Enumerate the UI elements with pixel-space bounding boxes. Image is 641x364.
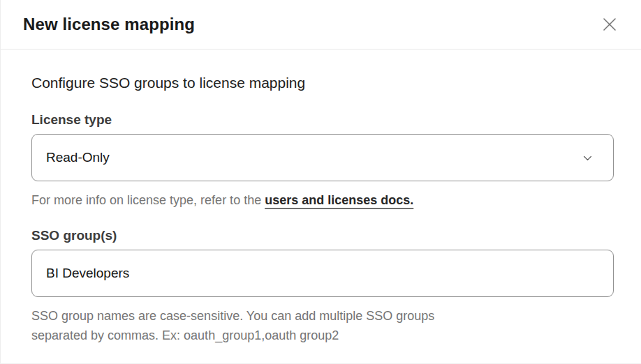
license-type-field: License type Read-Only For more info on … xyxy=(31,112,613,210)
license-type-label: License type xyxy=(31,112,613,128)
form-heading: Configure SSO groups to license mapping xyxy=(31,75,613,91)
sso-groups-field: SSO group(s) SSO group names are case-se… xyxy=(31,228,613,345)
new-license-mapping-dialog: New license mapping Configure SSO groups… xyxy=(0,0,641,364)
sso-groups-input[interactable] xyxy=(31,250,614,297)
sso-groups-helper-line2: separated by commas. Ex: oauth_group1,oa… xyxy=(31,326,613,345)
license-type-select[interactable]: Read-Only xyxy=(31,134,614,181)
chevron-down-icon xyxy=(582,152,594,164)
close-button[interactable] xyxy=(598,13,621,36)
sso-groups-helper: SSO group names are case-sensitive. You … xyxy=(31,306,613,345)
x-icon xyxy=(601,15,619,33)
users-and-licenses-docs-link[interactable]: users and licenses docs. xyxy=(265,193,413,207)
dialog-body: Configure SSO groups to license mapping … xyxy=(1,50,641,345)
dialog-title: New license mapping xyxy=(23,15,195,34)
license-type-helper-prefix: For more info on license type, refer to … xyxy=(31,193,265,207)
sso-groups-helper-line1: SSO group names are case-sensitive. You … xyxy=(31,306,613,326)
license-type-helper: For more info on license type, refer to … xyxy=(31,190,613,210)
dialog-header: New license mapping xyxy=(1,0,641,50)
license-type-selected-value: Read-Only xyxy=(46,150,110,165)
sso-groups-label: SSO group(s) xyxy=(31,228,613,243)
